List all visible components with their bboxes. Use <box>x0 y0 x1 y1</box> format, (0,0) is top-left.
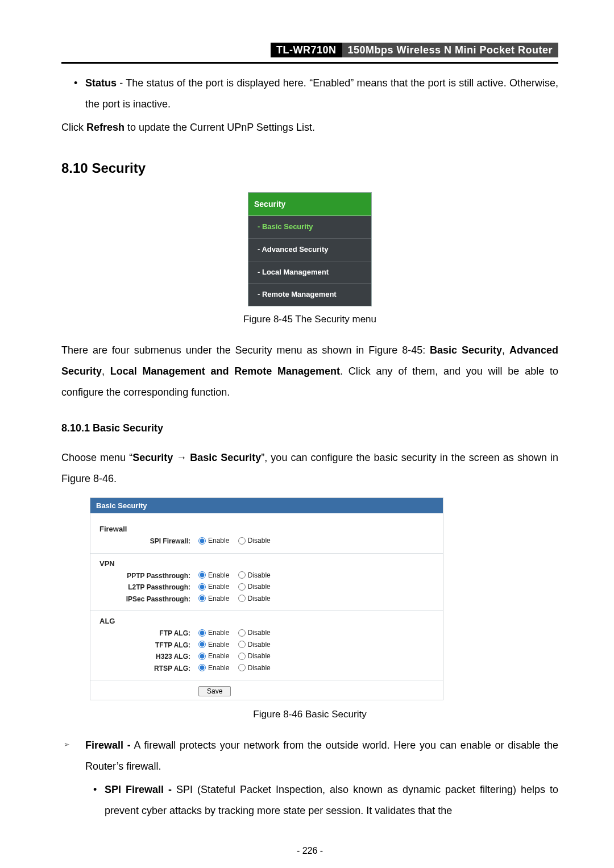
firewall-label: Firewall - <box>85 740 131 751</box>
section-heading: 8.10 Security <box>61 154 558 182</box>
radio-label: Disable <box>248 641 271 649</box>
radio-input[interactable] <box>198 537 206 545</box>
radio-label: Enable <box>208 641 229 649</box>
label: IPSec Passthrough: <box>99 595 198 603</box>
radio-label: Disable <box>248 583 271 591</box>
radio-input[interactable] <box>238 664 246 671</box>
group-firewall: Firewall <box>99 525 434 533</box>
label: L2TP Passthrough: <box>99 583 198 591</box>
status-bullet: Status - The status of the port is displ… <box>61 73 558 115</box>
radio-input[interactable] <box>238 629 246 637</box>
refresh-line: Click Refresh to update the Current UPnP… <box>61 117 558 138</box>
radio-input[interactable] <box>198 629 206 637</box>
radio-input[interactable] <box>238 653 246 660</box>
radio-enable[interactable]: Enable <box>198 537 229 545</box>
radio-input[interactable] <box>198 664 206 671</box>
arrow-icon: → <box>173 452 190 463</box>
separator <box>90 553 443 554</box>
radio-enable[interactable]: Enable <box>198 664 229 672</box>
row-ipsec: IPSec Passthrough: Enable Disable <box>99 593 434 605</box>
page-number: - 226 - <box>61 842 558 861</box>
text: , <box>102 366 110 377</box>
security-menu: Security - Basic Security - Advanced Sec… <box>248 192 372 306</box>
separator <box>90 610 443 611</box>
radio-input[interactable] <box>238 571 246 579</box>
menu-item-remote-management[interactable]: - Remote Management <box>248 284 371 306</box>
row-spi-firewall: SPI Firewall: Enable Disable <box>99 535 434 547</box>
radio-enable[interactable]: Enable <box>198 571 229 579</box>
text: There are four submenus under the Securi… <box>61 344 430 356</box>
radio-enable[interactable]: Enable <box>198 629 229 637</box>
radio-label: Enable <box>208 664 229 672</box>
radio-disable[interactable]: Disable <box>238 664 271 672</box>
row-ftp-alg: FTP ALG: Enable Disable <box>99 628 434 639</box>
radio-input[interactable] <box>198 641 206 648</box>
menu-item-advanced-security[interactable]: - Advanced Security <box>248 239 371 261</box>
radio-disable[interactable]: Disable <box>238 629 271 637</box>
menu-item-local-management[interactable]: - Local Management <box>248 261 371 284</box>
text: Basic Security <box>190 452 261 463</box>
radio-input[interactable] <box>198 595 206 602</box>
radio-label: Disable <box>248 629 271 637</box>
separator <box>90 680 443 680</box>
model-badge: TL-WR710N <box>271 43 342 57</box>
group-alg: ALG <box>99 617 434 625</box>
radio-input[interactable] <box>198 571 206 579</box>
text: Security <box>132 452 173 463</box>
label: SPI Firewall: <box>99 537 198 545</box>
radio-disable[interactable]: Disable <box>238 595 271 603</box>
product-name: 150Mbps Wireless N Mini Pocket Router <box>342 43 558 57</box>
radio-label: Disable <box>248 664 271 672</box>
radio-label: Enable <box>208 571 229 579</box>
spi-label: SPI Firewall - <box>105 784 172 795</box>
radio-input[interactable] <box>238 595 246 602</box>
radio-label: Disable <box>248 595 271 603</box>
subsection-heading: 8.10.1 Basic Security <box>61 418 558 439</box>
status-label: Status <box>85 77 117 89</box>
text: Local Management and Remote Management <box>110 366 340 377</box>
radio-input[interactable] <box>238 641 246 648</box>
refresh-pre: Click <box>61 122 86 133</box>
radio-label: Disable <box>248 537 271 545</box>
radio-enable[interactable]: Enable <box>198 652 229 660</box>
radio-disable[interactable]: Disable <box>238 537 271 545</box>
radio-label: Enable <box>208 652 229 660</box>
firewall-bullet: Firewall - A firewall protects your netw… <box>61 735 558 821</box>
radio-label: Enable <box>208 629 229 637</box>
radio-label: Enable <box>208 583 229 591</box>
radio-disable[interactable]: Disable <box>238 641 271 649</box>
firewall-text: A firewall protects your network from th… <box>85 740 558 772</box>
radio-input[interactable] <box>238 537 246 545</box>
save-button[interactable]: Save <box>198 686 231 696</box>
radio-input[interactable] <box>238 583 246 591</box>
radio-disable[interactable]: Disable <box>238 583 271 591</box>
panel-title: Basic Security <box>90 498 443 513</box>
radio-disable[interactable]: Disable <box>238 571 271 579</box>
row-tftp-alg: TFTP ALG: Enable Disable <box>99 639 434 651</box>
label: FTP ALG: <box>99 629 198 637</box>
label: TFTP ALG: <box>99 641 198 649</box>
spi-text: SPI (Stateful Packet Inspection, also kn… <box>105 784 558 816</box>
radio-label: Enable <box>208 537 229 545</box>
radio-enable[interactable]: Enable <box>198 641 229 649</box>
radio-label: Enable <box>208 595 229 603</box>
status-text: - The status of the port is displayed he… <box>85 77 558 110</box>
basic-security-panel: Basic Security Firewall SPI Firewall: En… <box>90 497 443 700</box>
row-rtsp-alg: RTSP ALG: Enable Disable <box>99 663 434 675</box>
text: Basic Security <box>430 344 502 356</box>
menu-item-basic-security[interactable]: - Basic Security <box>248 216 371 239</box>
label: H323 ALG: <box>99 653 198 661</box>
radio-label: Disable <box>248 571 271 579</box>
radio-disable[interactable]: Disable <box>238 652 271 660</box>
text: Choose menu “ <box>61 452 132 463</box>
radio-input[interactable] <box>198 653 206 660</box>
page-header: TL-WR710N150Mbps Wireless N Mini Pocket … <box>61 40 558 64</box>
spi-bullet: SPI Firewall - SPI (Stateful Packet Insp… <box>85 779 558 821</box>
label: PPTP Passthrough: <box>99 572 198 580</box>
label: RTSP ALG: <box>99 665 198 672</box>
radio-enable[interactable]: Enable <box>198 583 229 591</box>
radio-enable[interactable]: Enable <box>198 595 229 603</box>
radio-input[interactable] <box>198 583 206 591</box>
radio-label: Disable <box>248 652 271 660</box>
refresh-bold: Refresh <box>86 122 125 133</box>
